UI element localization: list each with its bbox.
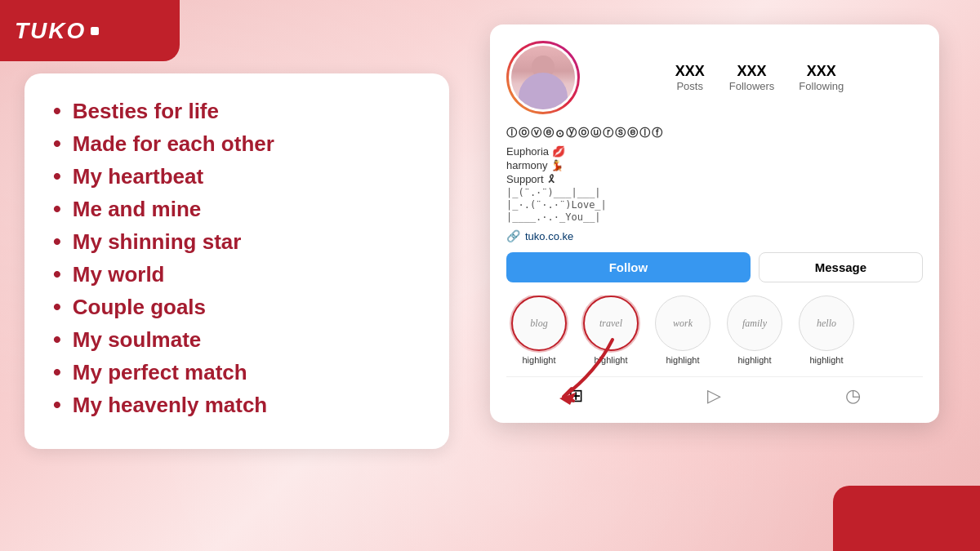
username-char: ⓕ xyxy=(652,126,662,140)
following-label: Following xyxy=(799,80,844,92)
username-char: ⓡ xyxy=(603,126,613,140)
bio-line-2: harmony 💃 xyxy=(506,159,923,171)
username-char: ⓔ xyxy=(543,126,554,140)
list-item: My shinning star xyxy=(53,229,421,255)
highlight-circle-text: family xyxy=(742,318,767,330)
arrow-annotation xyxy=(498,323,629,424)
link-text: tuko.co.ke xyxy=(525,230,573,242)
username-char: ⓤ xyxy=(590,126,601,140)
posts-count: XXX xyxy=(675,63,705,80)
header-bar: TUKO xyxy=(0,0,180,61)
avatar-ring xyxy=(506,41,580,114)
list-item: Made for each other xyxy=(53,131,421,157)
action-buttons: Follow Message xyxy=(506,252,923,282)
brand-name: TUKO xyxy=(15,18,86,44)
username-row: ⓛⓞⓥⓔ⊙ⓨⓞⓤⓡⓢⓔⓛⓕ xyxy=(506,126,923,140)
highlight-item[interactable]: hellohighlight xyxy=(794,295,859,365)
list-item: Couple goals xyxy=(53,294,421,320)
list-item: My heavenly match xyxy=(53,392,421,418)
stat-following: XXX Following xyxy=(799,63,844,92)
bio-section: ⓛⓞⓥⓔ⊙ⓨⓞⓤⓡⓢⓔⓛⓕ Euphoria 💋 harmony 💃 Suppo… xyxy=(506,126,923,242)
highlight-label: highlight xyxy=(810,355,844,365)
highlight-circle: work xyxy=(655,295,710,351)
art-line-1: |_(¨.·¨)___|___| xyxy=(506,187,923,198)
highlight-label: highlight xyxy=(738,355,772,365)
list-item: Me and mine xyxy=(53,196,421,222)
highlight-circle: hello xyxy=(799,295,854,351)
following-count: XXX xyxy=(807,63,836,80)
followers-count: XXX xyxy=(737,63,767,80)
username-circles: ⓛⓞⓥⓔ⊙ⓨⓞⓤⓡⓢⓔⓛⓕ xyxy=(506,126,662,140)
profile-stats: XXX Posts XXX Followers XXX Following xyxy=(596,63,923,92)
followers-label: Followers xyxy=(729,80,775,92)
username-char: ⊙ xyxy=(555,127,564,140)
username-char: ⓢ xyxy=(615,126,626,140)
highlight-item[interactable]: workhighlight xyxy=(650,295,715,365)
stat-posts: XXX Posts xyxy=(675,63,705,92)
highlight-circle-text: work xyxy=(673,318,693,330)
username-char: ⓛ xyxy=(506,126,517,140)
list-item: My soulmate xyxy=(53,327,421,353)
follow-button[interactable]: Follow xyxy=(506,252,751,282)
bottom-red-corner xyxy=(833,486,980,551)
highlight-label: highlight xyxy=(666,355,700,365)
tuko-logo: TUKO xyxy=(15,18,99,44)
posts-label: Posts xyxy=(676,80,703,92)
highlight-circle: family xyxy=(727,295,782,351)
profile-header: XXX Posts XXX Followers XXX Following xyxy=(506,41,923,114)
stat-followers: XXX Followers xyxy=(729,63,775,92)
list-card: Besties for lifeMade for each otherMy he… xyxy=(24,73,449,449)
bio-list: Besties for lifeMade for each otherMy he… xyxy=(53,98,421,418)
highlight-item[interactable]: familyhighlight xyxy=(722,295,787,365)
avatar-figure xyxy=(511,46,575,109)
bio-line-1: Euphoria 💋 xyxy=(506,145,923,158)
list-item: My world xyxy=(53,261,421,287)
reels-icon[interactable]: ▷ xyxy=(707,385,721,407)
tagged-icon[interactable]: ◷ xyxy=(845,385,861,407)
username-char: ⓞ xyxy=(519,126,529,140)
username-char: ⓞ xyxy=(578,126,589,140)
username-char: ⓨ xyxy=(566,126,577,140)
list-item: My perfect match xyxy=(53,359,421,385)
list-item: Besties for life xyxy=(53,98,421,124)
username-char: ⓔ xyxy=(627,126,638,140)
avatar xyxy=(509,43,577,112)
art-line-2: |_·.(¨·.·¨)Love_| xyxy=(506,199,923,211)
username-char: ⓥ xyxy=(531,126,541,140)
link-icon: 🔗 xyxy=(506,229,520,242)
list-item: My heartbeat xyxy=(53,163,421,189)
link-row: 🔗 tuko.co.ke xyxy=(506,229,923,242)
highlight-circle-text: hello xyxy=(817,318,836,330)
art-line-3: |____.·.·_You__| xyxy=(506,211,923,223)
message-button[interactable]: Message xyxy=(759,252,923,282)
username-char: ⓛ xyxy=(639,126,650,140)
bio-line-3: Support 🎗 xyxy=(506,173,923,185)
logo-dot xyxy=(91,27,99,35)
